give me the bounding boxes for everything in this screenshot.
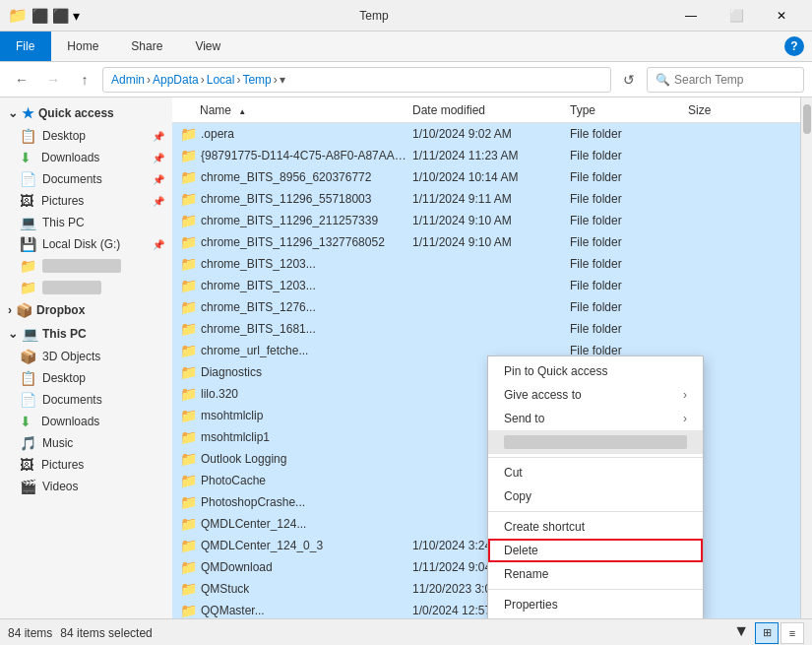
folder-icon: 📄 [20,171,36,187]
path-segment-2[interactable]: AppData [153,73,199,87]
file-row[interactable]: 📁 QMDLCenter_124_0_3 1/10/2024 3:24 PM F… [172,535,800,556]
sidebar-item-label: Documents [42,172,102,186]
sidebar-item-blurred1[interactable]: 📁 [0,255,172,277]
tab-share[interactable]: Share [115,32,179,61]
file-row[interactable]: 📁 PhotoshopCrashe... File folder [172,491,800,513]
sidebar-item-desktop2[interactable]: 📋 Desktop [0,367,172,389]
sidebar-section-quick-access[interactable]: ⌄ ★ Quick access [0,101,172,125]
file-name: chrome_BITS_1203... [201,257,316,271]
maximize-button[interactable]: ⬜ [714,0,759,32]
back-button[interactable]: ← [8,66,35,94]
sidebar-item-label [42,281,101,294]
sidebar-item-documents2[interactable]: 📄 Documents [0,389,172,411]
ctx-give-access[interactable]: Give access to › [488,383,703,407]
sidebar-item-documents[interactable]: 📄 Documents 📌 [0,168,172,190]
sidebar-item-desktop[interactable]: 📋 Desktop 📌 [0,125,172,147]
sidebar-item-local-disk[interactable]: 💾 Local Disk (G:) 📌 [0,233,172,255]
sidebar-section-dropbox[interactable]: › 📦 Dropbox [0,298,172,322]
sidebar-item-thispc[interactable]: 💻 This PC [0,212,172,233]
folder-icon: 📦 [20,349,36,364]
refresh-button[interactable]: ↺ [615,66,643,94]
file-row[interactable]: 📁 chrome_BITS_11296_55718003 1/11/2024 9… [172,188,800,210]
col-header-name[interactable]: Name ▲ [176,103,412,117]
file-row[interactable]: 📁 chrome_BITS_11296_211257339 1/11/2024 … [172,210,800,231]
file-row[interactable]: 📁 chrome_BITS_1276... File folder [172,296,800,318]
file-type: File folder [570,257,688,271]
dropdown-arrow[interactable]: ▾ [280,73,285,87]
sidebar-item-blurred2[interactable]: 📁 [0,277,172,298]
file-row[interactable]: 📁 msohtmlclip File folder [172,405,800,426]
file-row[interactable]: 📁 lilo.320 File folder [172,383,800,405]
search-icon: 🔍 [656,73,670,87]
ctx-create-shortcut[interactable]: Create shortcut [488,515,703,539]
file-type: File folder [570,235,688,249]
sidebar-item-downloads[interactable]: ⬇ Downloads 📌 [0,147,172,168]
tab-file[interactable]: File [0,32,51,61]
up-button[interactable]: ↑ [71,66,98,94]
ctx-copy[interactable]: Copy [488,484,703,508]
search-input[interactable] [674,73,795,87]
ctx-delete[interactable]: Delete [488,539,703,562]
ribbon-help-icon[interactable]: ? [784,36,804,56]
sidebar-item-pictures[interactable]: 🖼 Pictures 📌 [0,190,172,212]
file-row[interactable]: 📁 .opera 1/10/2024 9:02 AM File folder [172,123,800,145]
col-header-type[interactable]: Type [570,103,688,117]
file-row[interactable]: 📁 PhotoCache File folder [172,470,800,491]
file-row[interactable]: 📁 Outlook Logging File folder [172,448,800,470]
close-button[interactable]: ✕ [759,0,804,32]
ctx-properties[interactable]: Properties [488,593,703,616]
file-row[interactable]: 📁 QMStuck 11/20/2023 3:02 PM File folder [172,578,800,600]
file-row[interactable]: 📁 msohtmlclip1 File folder [172,426,800,448]
file-row[interactable]: 📁 chrome_BITS_11296_1327768052 1/11/2024… [172,231,800,253]
sidebar-item-downloads2[interactable]: ⬇ Downloads [0,411,172,432]
path-segment-3[interactable]: Local [207,73,235,87]
sidebar-item-music[interactable]: 🎵 Music [0,432,172,454]
tab-view[interactable]: View [179,32,237,61]
col-date-label: Date modified [412,103,485,117]
sidebar-item-label: Documents [42,393,102,407]
ctx-cut[interactable]: Cut [488,461,703,484]
expand-icon[interactable]: ▼ [733,622,749,644]
ctx-arrow-icon2: › [683,412,687,425]
sidebar-item-label: Local Disk (G:) [42,237,120,251]
folder-icon: 📁 [180,191,197,207]
file-row[interactable]: 📁 QMDLCenter_124... File folder [172,513,800,535]
tab-home[interactable]: Home [51,32,115,61]
path-segment-1[interactable]: Admin [111,73,145,87]
col-header-size[interactable]: Size [688,103,796,117]
search-box[interactable]: 🔍 [647,67,804,93]
file-row[interactable]: 📁 Diagnostics File folder [172,361,800,383]
sidebar-section-this-pc[interactable]: ⌄ 💻 This PC [0,322,172,346]
quick-access-btn1[interactable]: ⬛ [31,8,48,24]
right-scrollbar[interactable] [800,97,812,618]
view-icon-tiles[interactable]: ⊞ [755,622,779,644]
ctx-send-to[interactable]: Send to › [488,407,703,430]
file-row[interactable]: 📁 {98791775-D114-4C75-A8F0-A87AA20AC... … [172,145,800,166]
col-header-date[interactable]: Date modified [412,103,570,117]
quick-access-dropdown[interactable]: ▾ [73,8,80,24]
view-icon-list[interactable]: ≡ [781,622,804,644]
file-row[interactable]: 📁 chrome_url_fetche... File folder [172,340,800,361]
sidebar-item-3dobjects[interactable]: 📦 3D Objects [0,346,172,367]
path-segment-4[interactable]: Temp [242,73,271,87]
file-row[interactable]: 📁 chrome_BITS_1203... File folder [172,275,800,296]
file-row[interactable]: 📁 chrome_BITS_1681... File folder [172,318,800,340]
sort-arrow-icon: ▲ [238,107,246,116]
ctx-blurred-item[interactable] [488,430,703,454]
file-name: msohtmlclip [201,409,263,422]
file-row[interactable]: 📁 QMDownload 1/11/2024 9:04 AM File fold… [172,556,800,578]
file-row[interactable]: 📁 chrome_BITS_1203... File folder [172,253,800,275]
minimize-button[interactable]: — [668,0,714,32]
sidebar-item-videos[interactable]: 🎬 Videos [0,476,172,497]
col-size-label: Size [688,103,711,117]
file-row[interactable]: 📁 QQMaster... 1/0/2024 12:57 PM File fol… [172,600,800,618]
sidebar-item-pictures2[interactable]: 🖼 Pictures [0,454,172,476]
address-box[interactable]: Admin › AppData › Local › Temp › ▾ [102,67,611,93]
forward-button[interactable]: → [39,66,67,94]
file-row[interactable]: 📁 chrome_BITS_8956_620376772 1/10/2024 1… [172,166,800,188]
ctx-pin-quick-access[interactable]: Pin to Quick access [488,359,703,383]
quick-access-btn2[interactable]: ⬛ [52,8,69,24]
ctx-rename[interactable]: Rename [488,562,703,586]
ctx-copy-label: Copy [504,489,687,503]
folder-icon: 📁 [180,256,197,272]
